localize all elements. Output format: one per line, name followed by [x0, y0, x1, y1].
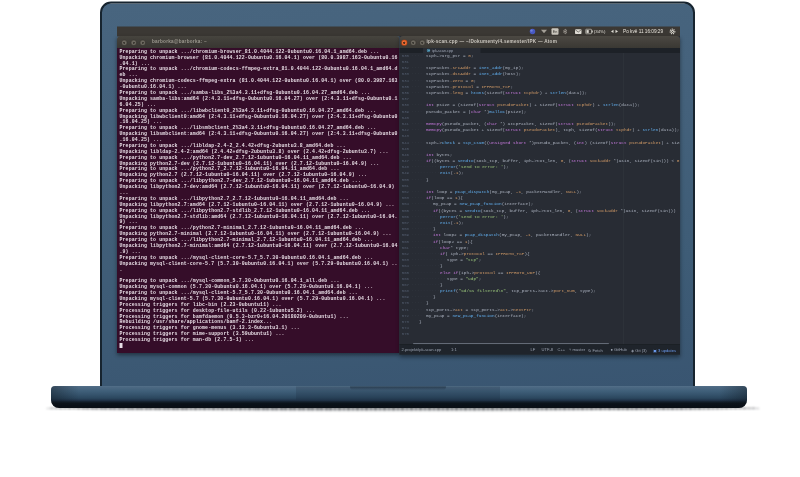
- svg-text:En: En: [553, 30, 558, 34]
- svg-text:Po kvě 11 16:09:29: Po kvě 11 16:09:29: [623, 29, 663, 34]
- svg-text:(34%): (34%): [594, 29, 606, 34]
